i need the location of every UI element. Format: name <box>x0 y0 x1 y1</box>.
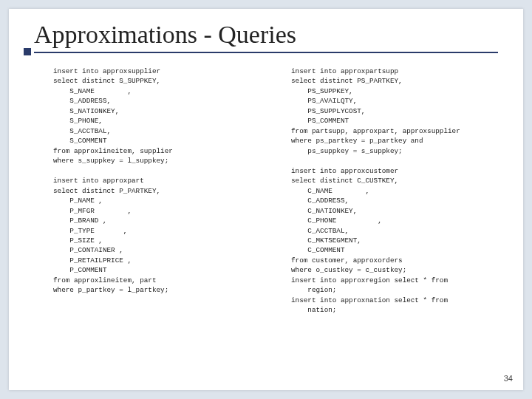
code-block-right: insert into approxpartsupp select distin… <box>291 66 502 316</box>
title-bullet-icon <box>24 48 31 55</box>
code-block-left: insert into approxsupplier select distin… <box>53 66 265 316</box>
slide-title: Approximations - Queries <box>34 21 498 49</box>
page-number: 34 <box>504 374 513 383</box>
slide: Approximations - Queries insert into app… <box>9 9 523 390</box>
title-area: Approximations - Queries <box>9 9 523 53</box>
content-area: insert into approxsupplier select distin… <box>9 53 523 316</box>
title-underline <box>34 52 498 53</box>
